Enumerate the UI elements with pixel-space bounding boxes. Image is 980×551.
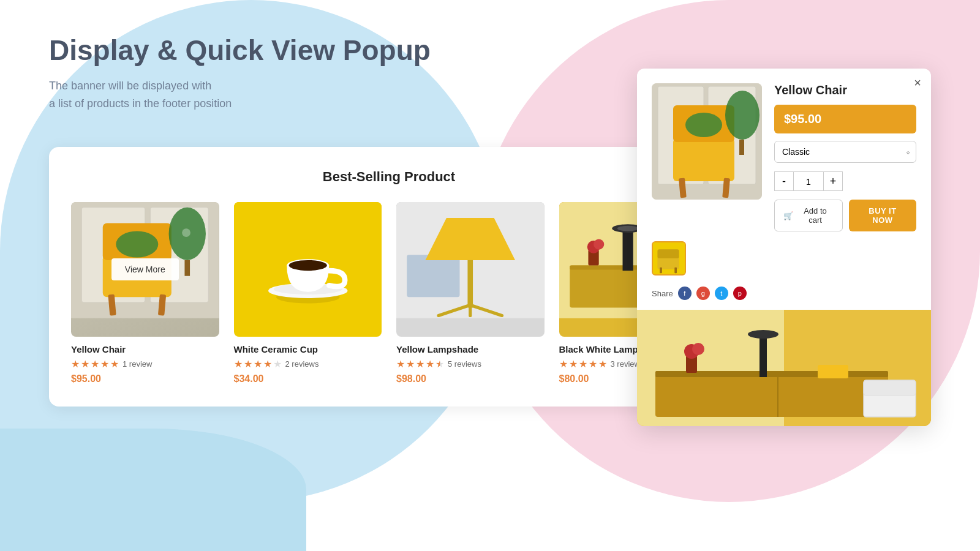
popup-top-section: Yellow Chair $95.00 Classic Modern Vinta…	[637, 69, 931, 241]
svg-rect-47	[657, 257, 679, 269]
star-icon-empty: ★	[273, 358, 282, 370]
popup-close-button[interactable]: ×	[914, 76, 921, 90]
quantity-value: 1	[794, 171, 823, 191]
svg-rect-49	[660, 268, 662, 273]
review-count-1: 2 reviews	[285, 359, 319, 369]
twitter-share-icon[interactable]: t	[715, 287, 728, 300]
svg-rect-39	[673, 138, 734, 181]
popup-details: Yellow Chair $95.00 Classic Modern Vinta…	[774, 83, 916, 231]
svg-rect-9	[184, 260, 190, 276]
product-price-1: $34.00	[234, 373, 382, 384]
cart-icon: 🛒	[783, 211, 793, 220]
facebook-share-icon[interactable]: f	[678, 287, 692, 300]
products-grid: View More Yellow Chair ★ ★ ★ ★ ★ 1 revie…	[71, 202, 707, 384]
quantity-increase-button[interactable]: +	[823, 171, 843, 191]
star-icon: ★	[416, 358, 424, 370]
svg-rect-63	[864, 380, 916, 395]
svg-rect-48	[657, 249, 679, 258]
star-icon: ★	[559, 358, 568, 370]
product-price-2: $98.00	[396, 373, 545, 384]
product-image-yellow-chair: View More	[71, 202, 219, 337]
svg-point-57	[748, 330, 778, 339]
star-icon: ★	[396, 358, 405, 370]
quantity-decrease-button[interactable]: -	[774, 171, 794, 191]
product-card-white-ceramic-cup[interactable]: White Ceramic Cup ★ ★ ★ ★ ★ 2 reviews $3…	[234, 202, 382, 384]
popup-quantity-row: - 1 +	[774, 171, 916, 191]
svg-point-10	[182, 228, 190, 237]
svg-point-30	[617, 226, 638, 231]
svg-rect-61	[818, 365, 848, 378]
page-title: Display & Quick View Popup	[49, 34, 431, 67]
svg-rect-19	[407, 255, 459, 297]
popup-thumbnails	[637, 241, 931, 283]
popup-variant-select-wrap: Classic Modern Vintage ⬦	[774, 141, 916, 163]
star-icon: ★	[91, 358, 99, 370]
star-row-0: ★ ★ ★ ★ ★ 1 review	[71, 358, 219, 370]
thumbnail-image-0[interactable]	[652, 241, 686, 276]
buy-now-button[interactable]: BUY IT NOW	[849, 200, 916, 231]
googleplus-share-icon[interactable]: g	[696, 287, 710, 300]
svg-point-33	[594, 239, 604, 249]
star-half-icon: ★	[435, 358, 444, 370]
popup-bottom-image	[637, 310, 931, 426]
popup-price: $95.00	[774, 105, 916, 133]
view-more-button[interactable]: View More	[111, 258, 179, 280]
svg-rect-28	[622, 228, 633, 271]
svg-rect-56	[760, 334, 767, 377]
star-row-1: ★ ★ ★ ★ ★ 2 reviews	[234, 358, 382, 370]
product-name-0: Yellow Chair	[71, 344, 219, 354]
product-card-yellow-chair[interactable]: View More Yellow Chair ★ ★ ★ ★ ★ 1 revie…	[71, 202, 219, 384]
svg-point-44	[725, 91, 760, 140]
star-icon: ★	[254, 358, 262, 370]
star-icon: ★	[71, 358, 80, 370]
page-subtitle: The banner will be displayed with a list…	[49, 77, 431, 113]
add-to-cart-button[interactable]: 🛒 Add to cart	[774, 200, 843, 231]
star-icon: ★	[110, 358, 119, 370]
star-icon: ★	[579, 358, 587, 370]
popup-product-name: Yellow Chair	[774, 83, 916, 97]
popup-action-buttons: 🛒 Add to cart BUY IT NOW	[774, 200, 916, 231]
product-card-yellow-lampshade[interactable]: Yellow Lampshade ★ ★ ★ ★ ★ 5 reviews $98…	[396, 202, 545, 384]
star-icon: ★	[569, 358, 578, 370]
review-count-2: 5 reviews	[448, 359, 481, 369]
review-count-0: 1 review	[123, 359, 152, 369]
star-row-2: ★ ★ ★ ★ ★ 5 reviews	[396, 358, 545, 370]
star-icon: ★	[81, 358, 89, 370]
svg-rect-45	[739, 140, 744, 155]
popup-share-row: Share f g t p	[637, 283, 931, 310]
star-icon: ★	[234, 358, 243, 370]
product-price-0: $95.00	[71, 373, 219, 384]
star-icon: ★	[598, 358, 607, 370]
svg-point-7	[116, 231, 158, 257]
star-icon: ★	[589, 358, 597, 370]
pinterest-share-icon[interactable]: p	[733, 287, 747, 300]
star-icon: ★	[426, 358, 434, 370]
svg-rect-20	[467, 260, 473, 308]
svg-point-16	[288, 260, 326, 271]
star-icon: ★	[100, 358, 109, 370]
section-title: Best-Selling Product	[71, 169, 707, 185]
popup-variant-select[interactable]: Classic Modern Vintage	[774, 141, 916, 163]
product-image-white-ceramic-cup	[234, 202, 382, 337]
svg-point-60	[692, 343, 704, 355]
svg-rect-53	[655, 371, 888, 417]
svg-rect-50	[674, 268, 677, 273]
add-to-cart-label: Add to cart	[797, 206, 834, 225]
star-icon: ★	[263, 358, 272, 370]
quick-view-popup: × Yellow Chair	[637, 69, 931, 426]
product-name-2: Yellow Lampshade	[396, 344, 545, 354]
svg-point-43	[685, 113, 722, 137]
star-icon: ★	[406, 358, 415, 370]
star-icon: ★	[244, 358, 252, 370]
product-image-yellow-lampshade	[396, 202, 545, 337]
product-name-1: White Ceramic Cup	[234, 344, 382, 354]
share-label: Share	[652, 289, 673, 298]
product-showcase: Best-Selling Product	[49, 147, 729, 407]
popup-product-image	[652, 83, 762, 200]
